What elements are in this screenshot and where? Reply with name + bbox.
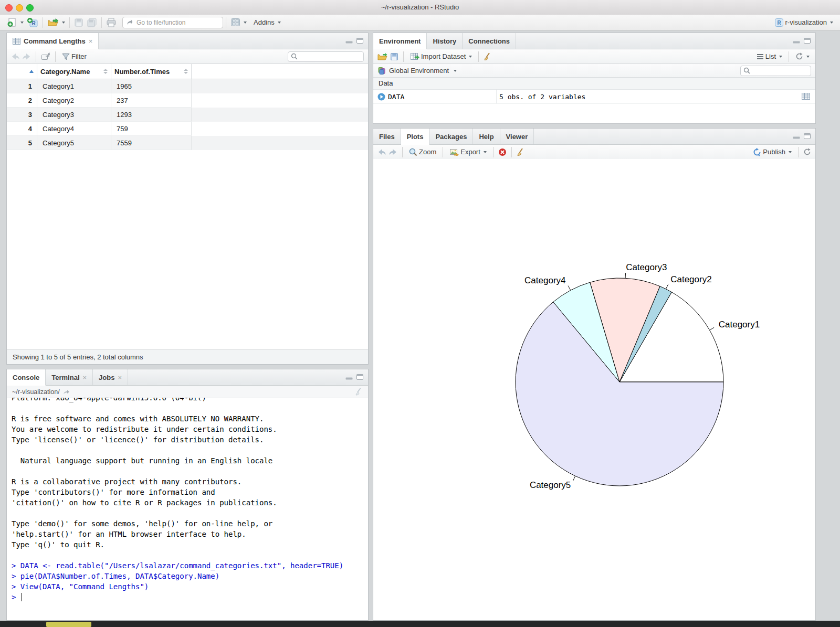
viewer-search-box[interactable] <box>288 51 364 62</box>
minimize-pane-icon[interactable] <box>793 38 800 44</box>
refresh-environment-button[interactable] <box>795 50 810 63</box>
new-project-button[interactable]: R <box>27 16 38 29</box>
minimize-pane-icon[interactable] <box>345 374 353 380</box>
tab-plots[interactable]: Plots <box>401 129 430 145</box>
clear-all-plots-broom-icon[interactable] <box>517 148 525 156</box>
table-row[interactable]: 2 Category2 237 <box>7 93 368 108</box>
addins-caret <box>278 22 281 24</box>
tab-console[interactable]: Console <box>7 369 46 386</box>
console-pane: Console Terminal× Jobs× ~/r-visualizatio… <box>6 369 369 621</box>
view-data-icon[interactable] <box>802 93 810 100</box>
tab-viewer[interactable]: Viewer <box>500 129 534 144</box>
maximize-pane-icon[interactable] <box>356 38 363 44</box>
environment-object-row[interactable]: DATA 5 obs. of 2 variables <box>373 90 815 104</box>
tab-close-icon[interactable]: × <box>89 37 93 45</box>
pie-label: Category1 <box>719 320 760 330</box>
sort-toggle-icon <box>103 69 108 74</box>
previous-plot-icon[interactable] <box>377 148 386 156</box>
pie-label-tick <box>573 476 575 481</box>
export-plot-button[interactable]: Export <box>449 146 487 158</box>
column-header-name[interactable]: Category.Name <box>37 64 111 79</box>
clear-environment-broom-icon[interactable] <box>484 52 492 61</box>
environment-pane: Environment History Connections Import D… <box>373 33 816 124</box>
export-label: Export <box>460 148 480 156</box>
column-header-times[interactable]: Number.of.Times <box>111 64 192 79</box>
tab-jobs[interactable]: Jobs× <box>93 369 128 385</box>
sort-toggle-icon <box>184 69 188 74</box>
goto-file-input[interactable] <box>135 18 219 27</box>
tab-command-lengths[interactable]: Command Lengths × <box>7 33 99 49</box>
tab-close-icon[interactable]: × <box>118 374 122 381</box>
working-directory: ~/r-visualization/ <box>12 388 60 396</box>
console-line <box>12 508 368 518</box>
save-all-icon <box>87 18 97 27</box>
sort-ascending-icon <box>29 70 34 73</box>
goto-directory-icon[interactable] <box>63 389 70 395</box>
filter-button[interactable]: Filter <box>62 50 87 63</box>
refresh-caret <box>806 56 810 58</box>
plots-toolbar: Zoom Export Publish <box>373 145 815 160</box>
env-view-mode-button[interactable]: List <box>757 50 782 63</box>
minimize-pane-icon[interactable] <box>345 38 353 44</box>
global-environment-icon[interactable] <box>377 67 386 75</box>
save-button[interactable] <box>74 16 83 29</box>
table-row[interactable]: 5 Category5 7559 <box>7 136 368 150</box>
pane-layout-caret <box>244 22 247 24</box>
zoom-plot-button[interactable]: Zoom <box>409 146 436 158</box>
console-line: 'citation()' on how to cite R or R packa… <box>12 497 368 508</box>
tab-help[interactable]: Help <box>473 129 500 144</box>
tab-connections[interactable]: Connections <box>463 33 516 49</box>
tab-terminal[interactable]: Terminal× <box>46 369 93 385</box>
refresh-icon <box>795 52 803 60</box>
remove-plot-icon[interactable] <box>498 148 507 156</box>
pane-layout-button[interactable] <box>230 16 247 29</box>
table-row[interactable]: 1 Category1 1965 <box>7 79 368 93</box>
goto-file-box[interactable] <box>122 17 223 28</box>
tab-files[interactable]: Files <box>373 129 401 144</box>
minimize-pane-icon[interactable] <box>793 133 800 139</box>
tab-history[interactable]: History <box>427 33 463 49</box>
titlebar: ~/r-visualization - RStudio <box>0 0 840 15</box>
maximize-pane-icon[interactable] <box>804 38 811 44</box>
publish-button[interactable]: Publish <box>753 146 792 158</box>
forward-icon[interactable] <box>22 53 31 60</box>
expand-object-icon[interactable] <box>377 93 385 101</box>
search-icon <box>291 53 298 60</box>
table-row[interactable]: 3 Category3 1293 <box>7 108 368 122</box>
save-all-button[interactable] <box>87 16 97 29</box>
tab-close-icon[interactable]: × <box>83 374 87 381</box>
tab-packages[interactable]: Packages <box>429 129 473 144</box>
maximize-pane-icon[interactable] <box>356 374 363 380</box>
import-dataset-button[interactable]: Import Dataset <box>410 50 472 63</box>
maximize-pane-icon[interactable] <box>804 133 811 139</box>
console-cwd-bar: ~/r-visualization/ <box>7 386 368 398</box>
refresh-plot-icon[interactable] <box>803 148 811 156</box>
console-line: > View(DATA, "Command Lengths") <box>12 581 368 592</box>
open-file-caret <box>62 22 65 24</box>
environment-search-box[interactable] <box>740 66 811 76</box>
open-in-window-icon[interactable] <box>41 52 50 60</box>
rownum-header[interactable] <box>7 64 37 79</box>
project-selector[interactable]: R r-visualization <box>774 16 833 29</box>
console-output[interactable]: Platform: x86_64-apple-darwin15.6.0 (64-… <box>7 398 368 620</box>
object-description: 5 obs. of 2 variables <box>499 93 585 101</box>
environment-search-input[interactable] <box>752 67 808 75</box>
load-workspace-icon[interactable] <box>377 52 388 61</box>
addins-button[interactable]: Addins <box>254 16 281 29</box>
pie-label-tick <box>568 286 571 291</box>
viewer-search-input[interactable] <box>300 52 361 61</box>
tab-environment[interactable]: Environment <box>373 33 427 49</box>
scope-label[interactable]: Global Environment <box>389 67 449 75</box>
open-file-button[interactable] <box>47 16 65 29</box>
print-button[interactable] <box>106 16 117 29</box>
clear-console-broom-icon[interactable] <box>355 388 363 396</box>
list-icon <box>757 54 764 60</box>
back-icon[interactable] <box>11 53 20 60</box>
list-caret <box>779 56 782 58</box>
table-row[interactable]: 4 Category4 759 <box>7 122 368 136</box>
new-file-button[interactable] <box>7 16 24 29</box>
save-workspace-icon[interactable] <box>390 52 398 61</box>
desktop-edge-strip <box>0 621 840 627</box>
next-plot-icon[interactable] <box>388 148 397 156</box>
text-cursor <box>22 593 23 601</box>
